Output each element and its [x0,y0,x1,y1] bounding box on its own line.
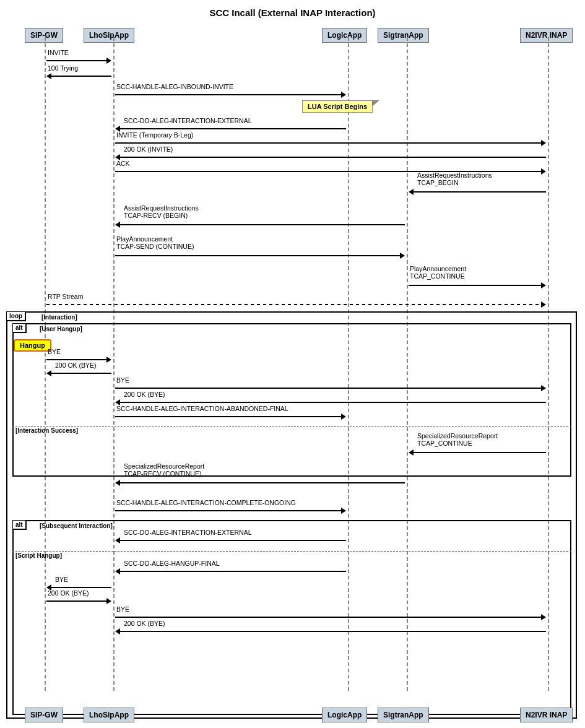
label-bye-script-2: BYE [116,605,129,613]
arrow-assist-req-recv: AssistRequestInstructionsTCAP-RECV (BEGI… [115,222,405,228]
label-invite-bleg: INVITE (Temporary B-Leg) [116,131,193,139]
label-rtp-stream: RTP Stream [48,293,83,300]
label-scc-complete: SCC-HANDLE-ALEG-INTERACTION-COMPLETE-ONG… [116,499,296,506]
label-interaction-success: [Interaction Success] [15,427,78,434]
arrow-invite-bleg: INVITE (Temporary B-Leg) [115,140,546,146]
label-bye-script-1: BYE [55,576,68,583]
arrow-bye-2: BYE [115,385,546,391]
actor-n2ivr-bottom: N2IVR INAP [520,708,573,722]
label-200ok-script-bye-1: 200 OK (BYE) [48,589,89,597]
diagram-container: SCC Incall (External INAP Interaction) S… [0,0,585,728]
label-100trying: 100 Trying [48,64,78,72]
arrow-bye-script-2: BYE [115,614,546,620]
arrow-scc-complete: SCC-HANDLE-ALEG-INTERACTION-COMPLETE-ONG… [115,508,346,514]
label-scc-handle-inbound: SCC-HANDLE-ALEG-INBOUND-INVITE [116,83,233,90]
arrow-rtp-stream: RTP Stream [46,301,546,308]
arrow-scc-hangup-final: SCC-DO-ALEG-HANGUP-FINAL [115,568,346,574]
label-srr-continue: SpecializedResourceReportTCAP_CONTINUE [417,432,498,447]
actor-sipgw-bottom: SIP-GW [25,708,63,722]
label-play-ann-send: PlayAnnouncementTCAP-SEND (CONTINUE) [116,235,194,250]
label-assist-req-begin: AssistRequestInstructionsTCAP_BEGIN [417,171,492,186]
fragment-loop-label: loop [7,312,26,321]
actor-n2ivr-top: N2IVR INAP [520,28,573,43]
diagram-title: SCC Incall (External INAP Interaction) [0,0,585,23]
arrow-srr-recv: SpecializedResourceReportTCAP-RECV (CONT… [115,480,405,486]
actor-lhosip-bottom: LhoSipApp [84,708,134,722]
arrow-scc-abandoned: SCC-HANDLE-ALEG-INTERACTION-ABANDONED-FI… [115,414,346,420]
actor-logicapp-top: LogicApp [322,28,367,43]
label-play-ann-continue: PlayAnnouncementTCAP_CONTINUE [410,265,466,280]
actor-sipgw-top: SIP-GW [25,28,63,43]
label-scc-do-subsequent: SCC-DO-ALEG-INTERACTION-EXTERNAL [124,529,252,536]
arrow-srr-continue: SpecializedResourceReportTCAP_CONTINUE [409,449,546,456]
label-ack: ACK [116,160,130,167]
label-assist-req-recv: AssistRequestInstructionsTCAP-RECV (BEGI… [124,204,199,219]
arrow-200ok-script-bye-1: 200 OK (BYE) [46,598,111,604]
arrow-play-ann-send: PlayAnnouncementTCAP-SEND (CONTINUE) [115,253,405,259]
label-bye-1: BYE [48,348,61,355]
divider-interaction-success [12,426,571,427]
label-200ok-invite: 200 OK (INVITE) [124,145,173,153]
fragment-alt-subsequent-guard: [Subsequent Interaction] [40,522,113,529]
label-200ok-bye-1: 200 OK (BYE) [55,362,97,369]
arrow-200ok-script-bye-2: 200 OK (BYE) [115,628,546,635]
note-lua-script: LUA Script Begins [302,100,373,113]
label-bye-2: BYE [116,376,129,384]
fragment-alt-subsequent-label: alt [13,521,27,530]
arrow-200ok-bye-1: 200 OK (BYE) [46,370,111,376]
arrow-assist-req-begin: AssistRequestInstructionsTCAP_BEGIN [409,189,546,195]
label-scc-hangup-final: SCC-DO-ALEG-HANGUP-FINAL [124,560,220,567]
arrow-scc-handle-inbound: SCC-HANDLE-ALEG-INBOUND-INVITE [115,92,346,98]
actor-sigtran-top: SigtranApp [378,28,429,43]
label-srr-recv: SpecializedResourceReportTCAP-RECV (CONT… [124,462,204,477]
actor-lhosip-top: LhoSipApp [84,28,134,43]
arrow-200ok-invite: 200 OK (INVITE) [115,154,546,160]
fragment-alt-hangup-guard: [User Hangup] [40,326,82,332]
actor-logicapp-bottom: LogicApp [322,708,367,722]
label-script-hangup: [Script Hangup] [15,552,62,559]
label-scc-abandoned: SCC-HANDLE-ALEG-INTERACTION-ABANDONED-FI… [116,405,288,412]
fragment-loop-guard: [Interaction] [41,314,77,321]
hangup-badge: Hangup [14,339,51,352]
label-200ok-script-bye-2: 200 OK (BYE) [124,620,165,627]
divider-script-hangup [12,551,571,552]
arrow-scc-do-subsequent: SCC-DO-ALEG-INTERACTION-EXTERNAL [115,537,346,544]
actor-sigtran-bottom: SigtranApp [378,708,429,722]
fragment-alt-hangup-label: alt [13,324,27,333]
label-scc-do-aleg-external: SCC-DO-ALEG-INTERACTION-EXTERNAL [124,117,252,124]
label-invite: INVITE [48,49,69,56]
arrow-play-ann-continue: PlayAnnouncementTCAP_CONTINUE [409,282,546,288]
label-200ok-bye-2: 200 OK (BYE) [124,391,165,398]
